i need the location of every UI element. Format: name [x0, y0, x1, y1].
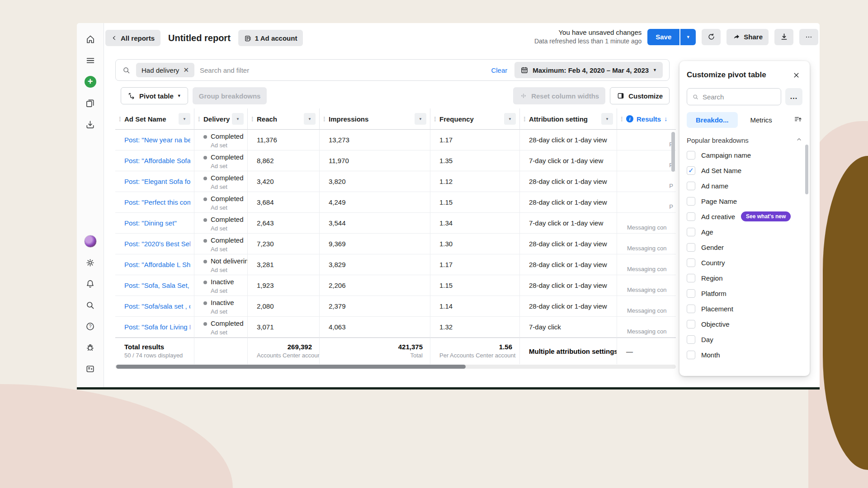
pivot-table-selector[interactable]: Pivot table ▼ — [121, 87, 188, 104]
checkbox[interactable]: ✓ — [687, 320, 695, 328]
checkbox[interactable]: ✓ — [687, 289, 695, 298]
drag-handle-icon[interactable]: ⋮ — [321, 116, 327, 122]
breakdown-item[interactable]: ✓ Age — [687, 224, 802, 239]
checkbox[interactable]: ✓ — [687, 351, 695, 359]
reset-column-widths-button[interactable]: Reset column widths — [513, 87, 605, 104]
create-icon[interactable]: + — [81, 73, 99, 91]
menu-icon[interactable] — [81, 52, 99, 70]
checkbox[interactable]: ✓ — [687, 305, 695, 313]
ad-set-link[interactable]: Post: "Sofa/sala set , cleo... — [124, 302, 190, 310]
ad-set-link[interactable]: Post: "Dining set" — [124, 219, 177, 227]
clear-filters-link[interactable]: Clear — [491, 66, 507, 74]
home-icon[interactable] — [81, 30, 99, 48]
avatar[interactable] — [81, 232, 99, 250]
panel-toggle-icon[interactable] — [81, 360, 99, 378]
sort-descending-icon[interactable]: ↓ — [664, 115, 667, 122]
checkbox[interactable]: ✓ — [687, 166, 695, 175]
breakdown-item[interactable]: ✓ Ad Set Name — [687, 163, 802, 178]
panel-scrollbar[interactable] — [805, 145, 808, 194]
breakdown-item[interactable]: ✓ Objective — [687, 316, 802, 332]
share-button[interactable]: Share — [726, 29, 769, 45]
panel-search-field[interactable] — [687, 88, 781, 105]
filter-chip-had-delivery[interactable]: Had delivery ✕ — [136, 63, 194, 77]
drag-handle-icon[interactable]: ⋮ — [619, 116, 624, 122]
breakdown-item[interactable]: ✓ Placement — [687, 301, 802, 316]
checkbox[interactable]: ✓ — [687, 197, 695, 206]
column-menu-icon[interactable]: ▼ — [304, 113, 316, 125]
search-icon[interactable] — [81, 296, 99, 314]
download-button[interactable] — [774, 29, 793, 45]
ad-set-link[interactable]: Post: "New year na besh. ... — [124, 136, 190, 144]
checkbox[interactable]: ✓ — [687, 151, 695, 160]
column-header-frequency[interactable]: ⋮Frequency▼ — [430, 108, 520, 130]
all-reports-button[interactable]: All reports — [105, 30, 160, 46]
checkbox[interactable]: ✓ — [687, 258, 695, 267]
tab-breakdowns[interactable]: Breakdo... — [687, 112, 738, 128]
breakdown-item[interactable]: ✓ Gender — [687, 239, 802, 255]
save-button[interactable]: Save — [647, 29, 679, 45]
column-header-attribution-setting[interactable]: ⋮Attribution setting▼ — [520, 108, 617, 130]
export-icon[interactable] — [81, 115, 99, 133]
column-menu-icon[interactable]: ▼ — [179, 113, 190, 125]
horizontal-scrollbar-track[interactable] — [115, 365, 676, 369]
ad-set-link[interactable]: Post: "2020's Best Seller A... — [124, 240, 190, 248]
panel-more-button[interactable]: ... — [785, 88, 802, 105]
column-header-results[interactable]: ⋮iResults↓ — [617, 108, 676, 130]
search-and-filter-input[interactable]: Search and filter — [200, 66, 486, 74]
breakdown-item[interactable]: ✓ Region — [687, 270, 802, 286]
breakdown-item[interactable]: ✓ Page Name — [687, 193, 802, 209]
drag-handle-icon[interactable]: ⋮ — [432, 116, 438, 122]
ad-account-button[interactable]: 1 Ad account — [238, 30, 303, 46]
breakdown-item[interactable]: ✓ Ad creative See what's new — [687, 209, 802, 224]
column-menu-icon[interactable]: ▼ — [232, 113, 244, 125]
close-icon[interactable] — [790, 69, 802, 81]
more-options-button[interactable] — [799, 29, 818, 45]
notifications-icon[interactable] — [81, 275, 99, 293]
group-breakdowns-button[interactable]: Group breakdowns — [193, 87, 267, 104]
save-dropdown-button[interactable]: ▼ — [680, 29, 696, 45]
drag-handle-icon[interactable]: ⋮ — [522, 116, 527, 122]
vertical-scrollbar[interactable] — [671, 132, 675, 172]
panel-search-input[interactable] — [703, 93, 776, 101]
column-header-ad-set-name[interactable]: ⋮Ad Set Name▼ — [115, 108, 194, 130]
breakdown-item[interactable]: ✓ Campaign name — [687, 147, 802, 163]
column-menu-icon[interactable]: ▼ — [601, 113, 613, 125]
checkbox[interactable]: ✓ — [687, 335, 695, 344]
column-header-impressions[interactable]: ⋮Impressions▼ — [320, 108, 430, 130]
refresh-button[interactable] — [702, 29, 721, 45]
breakdown-item[interactable]: ✓ Platform — [687, 286, 802, 301]
ad-set-link[interactable]: Post: "Affordable Sofa L S... — [124, 157, 190, 164]
bug-icon[interactable] — [81, 338, 99, 357]
pages-icon[interactable] — [81, 94, 99, 112]
ad-set-link[interactable]: Post: "Elegant Sofa for sal... — [124, 178, 190, 185]
ad-set-link[interactable]: Post: "Sofa, Sala Set, L sh... — [124, 282, 190, 289]
help-icon[interactable]: ? — [81, 317, 99, 335]
checkbox[interactable]: ✓ — [687, 274, 695, 282]
column-menu-icon[interactable]: ▼ — [504, 113, 516, 125]
chevron-up-icon[interactable] — [796, 136, 802, 145]
checkbox[interactable]: ✓ — [687, 243, 695, 252]
reorder-list-icon[interactable] — [793, 115, 802, 126]
column-menu-icon[interactable]: ▼ — [415, 113, 426, 125]
checkbox[interactable]: ✓ — [687, 182, 695, 190]
breakdown-item[interactable]: ✓ Ad name — [687, 178, 802, 193]
checkbox[interactable]: ✓ — [687, 228, 695, 236]
settings-icon[interactable] — [81, 253, 99, 272]
date-range-selector[interactable]: Maximum: Feb 4, 2020 – Mar 4, 2023 ▼ — [514, 62, 663, 78]
popular-breakdowns-section[interactable]: Popular breakdowns — [687, 136, 802, 145]
customize-button[interactable]: Customize — [610, 87, 670, 104]
drag-handle-icon[interactable]: ⋮ — [117, 116, 123, 122]
horizontal-scrollbar-thumb[interactable] — [116, 365, 466, 369]
info-icon[interactable]: i — [626, 115, 633, 122]
column-header-reach[interactable]: ⋮Reach▼ — [248, 108, 320, 130]
checkbox[interactable]: ✓ — [687, 212, 695, 221]
drag-handle-icon[interactable]: ⋮ — [196, 116, 202, 122]
breakdown-item[interactable]: ✓ Day — [687, 332, 802, 347]
column-header-delivery[interactable]: ⋮Delivery▼ — [194, 108, 248, 130]
drag-handle-icon[interactable]: ⋮ — [250, 116, 255, 122]
remove-filter-icon[interactable]: ✕ — [183, 66, 189, 74]
breakdown-item[interactable]: ✓ Country — [687, 255, 802, 270]
tab-metrics[interactable]: Metrics — [741, 112, 782, 128]
breakdown-item[interactable]: ✓ Month — [687, 347, 802, 362]
ad-set-link[interactable]: Post: "Sofa for Living Roo... — [124, 323, 190, 331]
